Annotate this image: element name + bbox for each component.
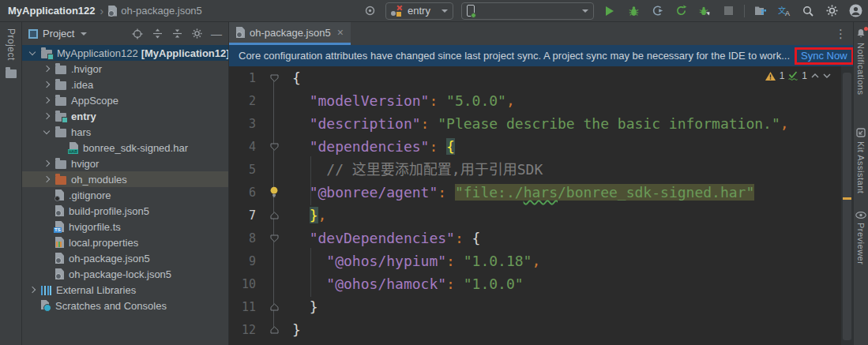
editor-tab-oh-package[interactable]: oh-package.json5 × [229, 22, 351, 45]
chevron-collapsed-icon[interactable] [29, 287, 36, 293]
folder-icon [55, 97, 66, 106]
code-line-2[interactable]: 2 "modelVersion": "5.0.0", [229, 89, 853, 112]
tree-item-bonree-sdk-signed-har[interactable]: bonree_sdk-signed.har [22, 140, 228, 156]
code-token: } [292, 321, 301, 338]
fold-marker-icon[interactable] [256, 326, 292, 334]
attach-debugger-button[interactable] [697, 3, 712, 19]
tree-item-label: hars [71, 126, 91, 138]
project-panel-title[interactable]: Project [43, 28, 74, 39]
breadcrumb-file[interactable]: oh-package.json5 [121, 5, 202, 17]
fold-marker-icon[interactable] [256, 303, 292, 311]
run-config-value: entry [408, 5, 430, 17]
chevron-collapsed-icon[interactable] [43, 66, 50, 72]
inspections-widget[interactable]: 1 1 [765, 70, 831, 81]
left-tool-stripe: Project [0, 22, 22, 345]
chevron-down-icon[interactable] [81, 32, 87, 36]
previous-problem-icon[interactable] [811, 73, 819, 78]
debug-button[interactable] [626, 3, 641, 19]
tree-item-build-profile-json5[interactable]: build-profile.json5 [22, 203, 228, 219]
next-problem-icon[interactable] [823, 73, 831, 78]
tree-item-hvigor[interactable]: hvigor [22, 156, 228, 171]
profiler-button[interactable] [649, 3, 665, 19]
panel-settings-button[interactable] [190, 27, 204, 41]
run-config-selector[interactable]: entry [385, 2, 453, 20]
rerun-button[interactable] [673, 3, 689, 19]
fold-marker-icon[interactable] [256, 212, 292, 219]
tool-stripe-project-tab[interactable]: Project [6, 28, 17, 61]
tree-item-entry[interactable]: entry [22, 108, 228, 124]
intention-bulb-icon[interactable] [256, 186, 292, 198]
device-selector[interactable] [461, 2, 594, 20]
warning-stripe-mark[interactable] [843, 197, 851, 200]
chevron-collapsed-icon[interactable] [43, 176, 50, 182]
code-line-8[interactable]: 8 "devDependencies": { [229, 227, 853, 249]
tree-item-external-libraries[interactable]: External Libraries [22, 282, 228, 298]
expand-all-button[interactable] [150, 27, 164, 41]
code-line-4[interactable]: 4 "dependencies": { [229, 135, 853, 158]
code-line-1[interactable]: 1{ [229, 66, 853, 89]
tree-item-appscope[interactable]: AppScope [22, 92, 228, 108]
tree-item-oh-package-lock-json5[interactable]: oh-package-lock.json5 [22, 266, 228, 282]
device-file-browser-button[interactable] [753, 3, 768, 19]
tree-item-oh-modules[interactable]: oh_modules [22, 171, 228, 187]
code-token [292, 138, 310, 155]
chevron-expanded-icon[interactable] [29, 48, 36, 54]
profile-avatar[interactable] [847, 3, 863, 19]
line-number: 10 [229, 277, 256, 291]
breadcrumb-project[interactable]: MyApplication122 [8, 5, 96, 17]
tool-stripe-label: Previewer [856, 223, 866, 264]
chevron-expanded-icon[interactable] [43, 127, 50, 133]
tree-item-label: hvigor [71, 158, 99, 170]
tree-item-idea[interactable]: .idea [22, 77, 228, 92]
tree-item-myapplication122[interactable]: MyApplication122[MyApplication12] [22, 45, 228, 61]
tree-item-gitignore[interactable]: .gitignore [22, 187, 228, 203]
code-line-11[interactable]: 11 } [229, 295, 853, 318]
scrollbar-thumb[interactable] [843, 73, 851, 340]
translate-button[interactable]: 文A [776, 3, 792, 19]
fold-marker-icon[interactable] [256, 74, 292, 82]
code-token [292, 230, 310, 246]
run-button[interactable] [602, 3, 618, 19]
tool-stripe-previewer-tab[interactable]: Previewer [855, 212, 866, 264]
fold-marker-icon[interactable] [256, 234, 292, 242]
module-folder-icon [55, 113, 66, 122]
tab-options-kebab-icon[interactable]: ⋮ [829, 27, 853, 41]
tree-item-label: External Libraries [56, 284, 136, 296]
editor-scrollbar[interactable] [841, 66, 853, 345]
chevron-collapsed-icon[interactable] [43, 160, 50, 167]
code-line-6[interactable]: 6 "@bonree/agent": "file:./hars/bonree_s… [229, 181, 853, 204]
tool-stripe-notifications-tab[interactable]: Notifications [856, 28, 866, 95]
stop-button[interactable] [720, 3, 736, 19]
settings-button[interactable] [824, 3, 840, 19]
tree-item-oh-package-json5[interactable]: oh-package.json5 [22, 250, 228, 266]
chevron-collapsed-icon[interactable] [43, 113, 50, 119]
editor-tabbar: oh-package.json5 × ⋮ [229, 22, 853, 45]
tree-item-hvigorfile-ts[interactable]: hvigorfile.ts [22, 219, 228, 234]
code-line-5[interactable]: 5 // 这里要添加配置,用于引用SDK [229, 158, 853, 181]
code-editor[interactable]: 1{2 "modelVersion": "5.0.0",3 "descripti… [229, 66, 853, 345]
select-opened-file-button[interactable] [130, 27, 145, 41]
locate-target-icon[interactable] [362, 3, 378, 19]
folder-icon[interactable] [6, 69, 17, 78]
code-line-9[interactable]: 9 "@ohos/hypium": "1.0.18", [229, 249, 853, 272]
chevron-collapsed-icon[interactable] [43, 81, 50, 88]
code-token [292, 207, 310, 223]
tree-item-local-properties[interactable]: local.properties [22, 234, 228, 250]
sync-now-link[interactable]: Sync Now [801, 50, 847, 62]
tree-item-scratches-and-consoles[interactable]: Scratches and Consoles [22, 298, 228, 313]
chevron-collapsed-icon[interactable] [43, 97, 50, 103]
tree-item-hvigor[interactable]: .hvigor [22, 61, 228, 77]
code-token: "1.0.18" [464, 253, 532, 269]
tool-stripe-kit-assistant-tab[interactable]: Kit Assistant [856, 128, 866, 193]
collapse-all-button[interactable] [170, 27, 184, 41]
tree-item-label: oh_modules [71, 174, 127, 186]
search-everywhere-button[interactable] [800, 3, 816, 19]
fold-marker-icon[interactable] [256, 143, 292, 151]
tree-item-hars[interactable]: hars [22, 124, 228, 140]
code-line-7[interactable]: 7 }, [229, 204, 853, 227]
code-line-10[interactable]: 10 "@ohos/hamock": "1.0.0" [229, 272, 853, 295]
close-tab-icon[interactable]: × [337, 26, 344, 39]
code-line-12[interactable]: 12} [229, 318, 853, 341]
hide-panel-button[interactable]: — [209, 27, 224, 41]
code-line-3[interactable]: 3 "description": "Please describe the ba… [229, 112, 853, 135]
